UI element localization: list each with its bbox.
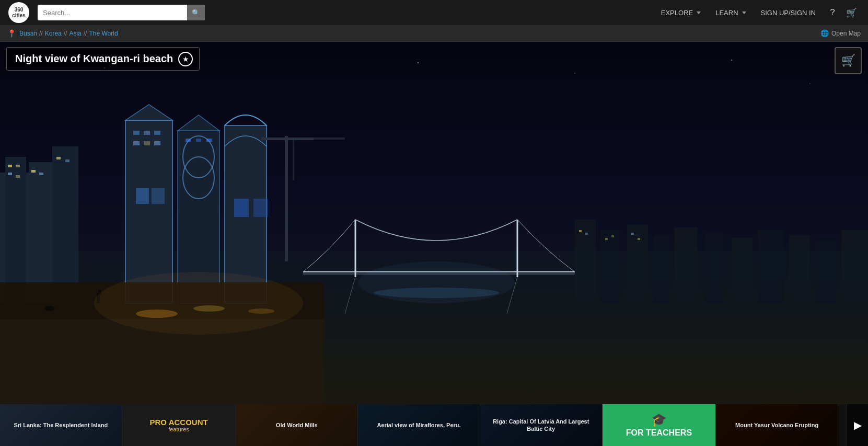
svg-rect-47 [314,138,345,140]
nav-explore[interactable]: EXPLORE [655,0,707,25]
breadcrumb-asia[interactable]: Asia [69,30,81,37]
globe-icon: 🌐 [820,29,829,37]
svg-rect-48 [293,139,294,180]
search-button[interactable]: 🔍 [187,5,205,20]
panorama-viewer[interactable]: Night view of Kwangan-ri beach ★ 🛒 [0,42,868,405]
header: 360 cities 🔍 EXPLORE LEARN SIGN UP/SIGN … [0,0,868,25]
svg-rect-77 [605,238,608,240]
svg-rect-78 [611,235,614,237]
star-icon: ★ [182,55,189,63]
svg-rect-25 [144,131,150,135]
svg-rect-15 [16,175,20,178]
svg-rect-44 [253,199,268,217]
svg-rect-76 [585,233,588,235]
svg-rect-38 [186,139,191,142]
strip-item-srilanka[interactable]: Sri Lanka: The Resplendent Island [0,404,122,446]
pin-icon: 📍 [7,29,16,38]
svg-rect-40 [206,139,212,142]
svg-point-61 [44,306,55,311]
svg-rect-46 [261,138,314,140]
svg-rect-26 [154,131,160,135]
pro-account-title-line2: features [168,426,189,432]
svg-rect-74 [841,230,868,303]
svg-rect-70 [732,238,753,303]
svg-rect-24 [133,131,140,135]
svg-rect-9 [5,157,26,303]
favorite-button[interactable]: ★ [178,52,193,66]
svg-rect-27 [133,141,140,145]
svg-rect-68 [674,227,698,303]
svg-rect-17 [39,173,43,175]
breadcrumb-korea[interactable]: Korea [45,30,62,37]
svg-rect-30 [136,188,149,204]
svg-rect-75 [579,230,582,232]
svg-rect-16 [31,170,36,173]
svg-rect-64 [575,220,596,303]
help-icon[interactable]: ? [824,0,841,25]
nav-signin[interactable]: SIGN UP/SIGN IN [755,0,822,25]
svg-rect-28 [144,141,150,145]
strip-item-riga-title: Riga: Capital Of Latvia And Largest Balt… [484,416,598,435]
svg-point-81 [94,272,303,335]
search-input[interactable] [38,9,187,17]
strip-next-button[interactable]: ▶ [847,404,868,446]
svg-rect-80 [638,238,640,240]
svg-rect-43 [234,199,249,217]
breadcrumb-sep-2: // [64,30,67,37]
strip-item-extra[interactable] [838,404,847,446]
svg-rect-67 [653,235,669,303]
breadcrumb-world[interactable]: The World [89,30,118,37]
logo[interactable]: 360 cities [8,2,29,23]
breadcrumb-sep-3: // [84,30,87,37]
svg-rect-39 [196,139,201,142]
svg-point-4 [574,73,575,74]
cart-button-panorama[interactable]: 🛒 [835,47,862,74]
svg-rect-65 [601,230,619,303]
svg-rect-19 [65,159,70,162]
strip-item-teachers[interactable]: 🎓 FOR TEACHERS [603,404,716,446]
svg-rect-79 [631,233,634,235]
svg-point-6 [809,83,811,84]
strip-item-srilanka-title: Sri Lanka: The Resplendent Island [10,419,112,431]
header-nav: EXPLORE LEARN SIGN UP/SIGN IN ? 🛒 [655,0,860,25]
city-skyline-svg [0,42,868,405]
strip-item-oldworldmills[interactable]: Old World Mills [236,404,358,446]
breadcrumb-sep-1: // [39,30,43,37]
panorama-title-box: Night view of Kwangan-ri beach ★ [6,47,200,71]
cart-icon-panorama: 🛒 [841,54,855,67]
strip-item-pro[interactable]: PRO ACCOUNT features [122,404,236,446]
svg-rect-69 [705,233,724,303]
svg-point-3 [418,62,419,63]
svg-point-5 [731,60,732,61]
strip-item-yasur[interactable]: Mount Yasur Volcano Erupting [716,404,838,446]
svg-rect-72 [789,235,810,303]
strip-item-riga[interactable]: Riga: Capital Of Latvia And Largest Balt… [480,404,603,446]
svg-rect-12 [8,165,12,167]
bottom-strip: Sri Lanka: The Resplendent Island PRO AC… [0,404,868,446]
open-map-button[interactable]: 🌐 Open Map [820,29,861,37]
learn-dropdown-arrow [742,12,746,14]
strip-item-miraflores[interactable]: Aerial view of Miraflores, Peru. [358,404,480,446]
svg-rect-31 [152,188,165,204]
svg-rect-73 [815,241,836,303]
svg-rect-13 [16,165,20,167]
svg-rect-14 [8,173,12,175]
panorama-title: Night view of Kwangan-ri beach [15,53,173,64]
breadcrumb-busan[interactable]: Busan [19,30,37,37]
svg-rect-71 [758,230,784,303]
svg-rect-66 [627,225,648,303]
svg-rect-29 [154,141,160,145]
pro-account-title-line1: PRO ACCOUNT [150,418,208,426]
explore-dropdown-arrow [697,12,701,14]
cart-icon-header[interactable]: 🛒 [843,0,860,25]
breadcrumb-bar: 📍 Busan // Korea // Asia // The World 🌐 … [0,25,868,42]
svg-point-82 [358,261,515,303]
svg-rect-45 [285,136,288,261]
strip-item-yasur-title: Mount Yasur Volcano Erupting [731,419,823,431]
teachers-hat-icon: 🎓 [651,413,667,427]
svg-rect-18 [56,157,61,159]
search-container: 🔍 [38,5,205,20]
nav-learn[interactable]: LEARN [709,0,752,25]
teachers-title: FOR TEACHERS [626,428,692,438]
strip-item-oldworldmills-title: Old World Mills [272,419,322,431]
